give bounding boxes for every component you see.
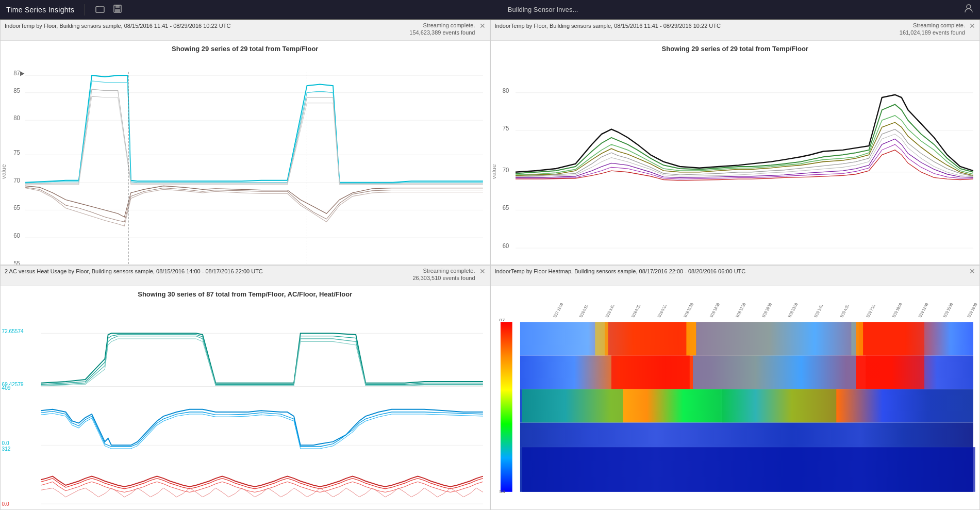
chart-svg-tr: 80 75 70 65 60 value <box>491 55 980 265</box>
svg-text:60: 60 <box>502 242 509 249</box>
svg-text:8/19 7:10: 8/19 7:10 <box>865 304 876 318</box>
svg-rect-0 <box>96 7 104 12</box>
chart-body-bl: Showing 30 series of 87 total from Temp/… <box>1 286 490 511</box>
titlebar: Time Series Insights Building Sensor Inv… <box>0 0 980 20</box>
svg-text:0.0: 0.0 <box>2 501 9 506</box>
svg-text:87▶: 87▶ <box>13 70 25 76</box>
streaming-status-bl: Streaming complete. <box>423 268 475 274</box>
chart-title-bl: Showing 30 series of 87 total from Temp/… <box>1 286 490 300</box>
svg-text:8/19 12:40: 8/19 12:40 <box>917 302 929 317</box>
svg-rect-145 <box>696 322 856 355</box>
svg-text:65: 65 <box>13 204 20 211</box>
chart-body-tl: Showing 29 series of 29 total from Temp/… <box>1 41 490 265</box>
svg-text:55: 55 <box>13 259 20 265</box>
heatmap-body: 8/17 22:00 8/18 0:50 8/18 3:40 8/18 6:30… <box>491 286 980 510</box>
svg-rect-148 <box>722 389 836 422</box>
panel-header-top-right: IndoorTemp by Floor, Building sensors sa… <box>491 20 980 41</box>
chart-svg-bl: 72.65574 69.42579 409 0.0 312 <box>1 300 490 511</box>
svg-text:value: value <box>1 164 7 179</box>
svg-text:60: 60 <box>13 232 20 239</box>
svg-rect-140 <box>611 355 689 389</box>
svg-text:75: 75 <box>502 125 509 131</box>
save-icon[interactable] <box>113 4 122 15</box>
svg-rect-139 <box>859 322 924 355</box>
svg-point-4 <box>967 5 971 9</box>
chart-body-tr: Showing 29 series of 29 total from Temp/… <box>491 41 980 265</box>
svg-text:8/18 9:10: 8/18 9:10 <box>656 304 668 318</box>
folder-icon[interactable] <box>95 5 105 15</box>
streaming-status-tr: Streaming complete. <box>913 22 965 28</box>
svg-text:8/18 23:00: 8/18 23:00 <box>787 302 799 317</box>
panel-bottom-left: 2 AC versus Heat Usage by Floor, Buildin… <box>0 265 490 511</box>
panel-top-right: IndoorTemp by Floor, Building sensors sa… <box>490 20 981 265</box>
main-area: IndoorTemp by Floor, Building sensors sa… <box>0 20 980 510</box>
close-btn-br[interactable]: ✕ <box>969 268 975 275</box>
svg-rect-142 <box>595 322 608 355</box>
svg-text:8/18 11:50: 8/18 11:50 <box>682 302 694 317</box>
svg-text:8/18 17:20: 8/18 17:20 <box>734 302 746 317</box>
svg-text:53: 53 <box>499 490 505 494</box>
separator <box>85 4 85 15</box>
panel-bottom-right: IndoorTemp by Floor Heatmap, Building se… <box>490 265 981 511</box>
panel-title-top-left: IndoorTemp by Floor, Building sensors sa… <box>5 22 409 30</box>
svg-text:8/19 1:40: 8/19 1:40 <box>812 304 824 318</box>
svg-text:8/18 3:40: 8/18 3:40 <box>604 304 615 318</box>
close-btn-bl[interactable]: ✕ <box>479 268 486 275</box>
svg-text:8/18 14:30: 8/18 14:30 <box>708 302 721 317</box>
svg-text:65: 65 <box>502 204 509 211</box>
events-count-tr: 161,024,189 events found <box>900 29 965 36</box>
streaming-status-tl: Streaming complete. <box>423 22 475 28</box>
svg-text:8/18 20:10: 8/18 20:10 <box>760 302 773 317</box>
svg-text:0.0: 0.0 <box>2 440 9 446</box>
svg-rect-147 <box>522 389 623 422</box>
svg-text:80: 80 <box>502 87 509 93</box>
panel-top-left: IndoorTemp by Floor, Building sensors sa… <box>0 20 490 265</box>
svg-text:70: 70 <box>13 177 20 184</box>
close-btn-tr[interactable]: ✕ <box>969 22 975 29</box>
svg-text:72.65574: 72.65574 <box>2 328 24 334</box>
svg-text:8/18 0:50: 8/18 0:50 <box>578 304 589 318</box>
svg-rect-149 <box>522 447 975 492</box>
svg-rect-146 <box>693 355 856 389</box>
chart-svg-tl: 87▶ 85 80 75 70 65 60 55 value <box>1 55 490 265</box>
events-count-tl: 154,623,389 events found <box>409 29 475 36</box>
svg-rect-138 <box>605 322 689 355</box>
close-btn-tl[interactable]: ✕ <box>479 22 486 29</box>
svg-text:75: 75 <box>13 149 20 156</box>
svg-text:87: 87 <box>499 318 505 322</box>
svg-rect-2 <box>115 5 120 8</box>
svg-text:8/17 22:00: 8/17 22:00 <box>552 302 564 317</box>
svg-rect-143 <box>686 322 696 355</box>
svg-text:8/19 4:30: 8/19 4:30 <box>839 304 850 318</box>
panel-header-bl: 2 AC versus Heat Usage by Floor, Buildin… <box>1 266 490 286</box>
svg-rect-131 <box>500 322 512 491</box>
svg-text:8/19 10:00: 8/19 10:00 <box>891 302 903 317</box>
svg-text:8/18 6:30: 8/18 6:30 <box>630 304 641 318</box>
panel-header-top-left: IndoorTemp by Floor, Building sensors sa… <box>1 20 490 41</box>
window-title: Building Sensor Inves... <box>130 6 955 13</box>
panel-title-bl: 2 AC versus Heat Usage by Floor, Buildin… <box>5 268 412 275</box>
svg-text:312: 312 <box>2 446 11 451</box>
svg-text:70: 70 <box>502 166 509 173</box>
events-count-bl: 26,303,510 events found <box>412 275 475 281</box>
svg-text:8/19 18:10: 8/19 18:10 <box>966 302 978 317</box>
svg-text:409: 409 <box>2 385 11 390</box>
svg-text:8/19 15:30: 8/19 15:30 <box>942 302 954 317</box>
svg-rect-141 <box>866 355 924 389</box>
panel-header-br: IndoorTemp by Floor Heatmap, Building se… <box>491 266 980 286</box>
svg-rect-3 <box>115 9 120 12</box>
chart-title-tl: Showing 29 series of 29 total from Temp/… <box>1 41 490 55</box>
heatmap-svg: 8/17 22:00 8/18 0:50 8/18 3:40 8/18 6:30… <box>491 286 980 510</box>
svg-text:value: value <box>491 164 497 179</box>
chart-title-tr: Showing 29 series of 29 total from Temp/… <box>491 41 980 55</box>
user-icon[interactable] <box>964 3 974 16</box>
panel-title-br: IndoorTemp by Floor Heatmap, Building se… <box>495 268 966 275</box>
app-title: Time Series Insights <box>6 6 74 14</box>
svg-text:80: 80 <box>13 114 20 121</box>
svg-text:85: 85 <box>13 87 20 93</box>
panel-title-tr: IndoorTemp by Floor, Building sensors sa… <box>495 22 900 30</box>
